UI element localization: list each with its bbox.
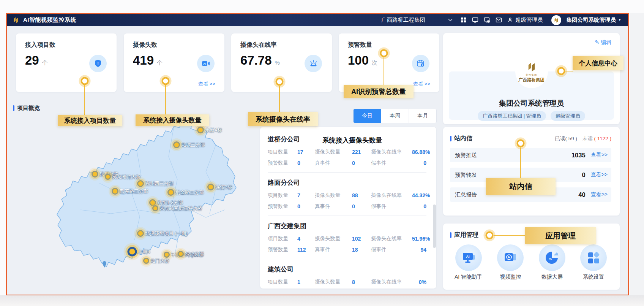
message-row-value: 1035 xyxy=(571,152,586,159)
data-screen-icon: % xyxy=(539,244,565,271)
map-marker[interactable]: 32-3分部 xyxy=(178,251,184,257)
dashboard-frame: AI智能视频监控系统 广西路桥工程集团 超级管理员 xyxy=(6,13,629,295)
map-marker[interactable]: 桐金路三分部 xyxy=(167,189,174,196)
stat-field-label: 真事件 xyxy=(315,203,352,210)
calendar-info-icon: i xyxy=(412,55,429,72)
section-bar xyxy=(450,232,451,238)
ai-assistant-icon: AI xyxy=(455,244,482,271)
marker-dot-icon xyxy=(112,188,118,195)
read-status: 已读( 59 ) 未读 ( 1122 ) xyxy=(555,135,611,142)
app-video-monitor[interactable]: 视频监控 xyxy=(497,244,524,281)
message-row-alert-push[interactable]: 预警推送 1035 查看>> xyxy=(450,148,611,162)
org-selector[interactable]: 广西路桥工程集团 xyxy=(381,16,453,24)
stat-card-alerts: 预警数量 100次 i 查看 >> xyxy=(339,33,439,92)
view-link[interactable]: 查看>> xyxy=(591,171,608,178)
monitor-settings-icon[interactable] xyxy=(484,17,490,23)
marker-label: 龙城三分部 xyxy=(181,142,205,148)
app-label: AI 智能助手 xyxy=(455,274,482,281)
tab-today[interactable]: 今日 xyxy=(354,109,381,123)
view-link[interactable]: 查看 >> xyxy=(413,81,430,87)
stat-field-value: 8 xyxy=(352,279,371,285)
message-row-value: 0 xyxy=(582,171,585,179)
section-bar xyxy=(450,136,451,141)
stat-field-value: 0 xyxy=(352,203,371,209)
map-marker[interactable]: 巴芜路三分部 xyxy=(112,188,118,195)
stat-unit: 个 xyxy=(42,59,48,67)
tab-week[interactable]: 本周 xyxy=(381,109,409,123)
app-ai-assistant[interactable]: AI AI 智能助手 xyxy=(455,244,482,281)
view-link[interactable]: 查看>> xyxy=(591,191,608,198)
marker-label: 龙门大桥 xyxy=(150,258,169,264)
map-marker[interactable]: 永新4标 xyxy=(197,127,204,133)
stat-title: 摄像头数 xyxy=(133,41,157,49)
mail-icon[interactable] xyxy=(496,17,502,23)
company-name: 路面分公司 xyxy=(268,178,426,187)
marker-label: 连贺3标 xyxy=(215,184,232,190)
apps-title: 应用管理 xyxy=(454,231,478,239)
map-marker[interactable]: 良龙滩特大桥 xyxy=(105,174,111,180)
map-marker[interactable]: 平陆运河QL6标 xyxy=(164,252,170,258)
view-link[interactable]: 查看 >> xyxy=(198,81,215,87)
company-stats-panel: 道桥分公司项目数量17摄像头数量221摄像头在线率86.88%预警数量0真事件0… xyxy=(260,127,436,289)
role-menu[interactable]: 超级管理员 xyxy=(507,16,543,24)
marker-label: 北投溪境项目 (一期) xyxy=(145,230,188,237)
map-marker[interactable]: 龙门大桥 xyxy=(143,258,149,264)
stat-field-label: 预警数量 xyxy=(268,246,297,253)
map-marker[interactable]: 上峒4 xyxy=(128,247,137,257)
user-menu[interactable]: 集团公司系统管理员 ▼ xyxy=(567,16,621,24)
map-marker[interactable]: 乐望公路 xyxy=(92,171,98,178)
scrollbar-thumb[interactable] xyxy=(433,205,436,248)
section-bar xyxy=(13,105,14,111)
stat-field-value: 88 xyxy=(352,192,371,198)
org-logo-avatar: 北投集团 广西路桥集团 xyxy=(515,55,548,88)
tab-month[interactable]: 本月 xyxy=(409,109,436,123)
app-data-screen[interactable]: % 数据大屏 xyxy=(539,244,565,281)
avatar[interactable] xyxy=(551,15,561,25)
map-marker[interactable]: 宜州西三分部 xyxy=(137,180,144,187)
svg-text:AI: AI xyxy=(466,255,469,258)
company-stat-row: 预警数量0真事件0假事件0 xyxy=(268,203,426,210)
stat-value: 100 xyxy=(348,53,369,68)
map-marker[interactable]: 来宾武宣黔江特大桥 xyxy=(152,205,158,211)
stat-field-label: 假事件 xyxy=(371,203,412,210)
map-marker[interactable]: 北投溪境项目 (一期) xyxy=(137,230,144,237)
marker-label: 上峒4 xyxy=(138,249,150,255)
outside-bottom-gutter xyxy=(0,295,644,306)
edit-profile-button[interactable]: ✎ 编辑 xyxy=(595,39,611,46)
stat-field-value: 44.32% xyxy=(412,192,430,198)
marker-label: 宜州西三分部 xyxy=(145,181,174,187)
annotation-inline-camera-count: 系统接入摄像头数量 xyxy=(322,136,382,145)
company-stat-row: 项目数量17摄像头数量221摄像头在线率86.88% xyxy=(268,149,426,155)
app-system-settings[interactable]: 系统设置 xyxy=(580,244,607,281)
stat-unit: 次 xyxy=(372,59,377,67)
stat-field-label: 假事件 xyxy=(371,246,412,253)
company-section: 路面分公司项目数量7摄像头数量88摄像头在线率44.32%预警数量0真事件0假事… xyxy=(268,173,426,216)
marker-dot-icon xyxy=(164,252,170,258)
annotation-line xyxy=(494,235,525,236)
company-stat-row: 预警数量112真事件18假事件94 xyxy=(268,246,426,253)
stat-field-label: 真事件 xyxy=(315,246,352,253)
stat-field-value: 4 xyxy=(297,236,315,242)
stat-title: 摄像头在线率 xyxy=(240,41,277,49)
stat-field-value: 0 xyxy=(352,160,371,166)
message-row-label: 预警推送 xyxy=(455,152,477,159)
edit-label: 编辑 xyxy=(601,39,611,45)
stat-field-value: 51.96% xyxy=(412,236,430,242)
section-project-overview: 项目概览 xyxy=(13,105,40,112)
annotation-app-management: 应用管理 xyxy=(525,227,596,244)
company-section: 广西交建集团项目数量4摄像头数量102摄像头在线率51.96%预警数量112真事… xyxy=(268,216,426,259)
map-marker[interactable]: 龙城三分部 xyxy=(173,141,180,148)
map-marker[interactable]: 连贺3标 xyxy=(207,184,214,190)
stat-field-label: 假事件 xyxy=(371,160,412,166)
guangxi-project-map[interactable]: 永新4标龙城三分部乐望公路良龙滩特大桥宜州西三分部巴芜路三分部桐金路三分部连贺3… xyxy=(46,115,259,290)
svg-text:i: i xyxy=(422,64,423,67)
monitor-icon[interactable] xyxy=(472,17,478,23)
stat-value: 419 xyxy=(133,53,154,68)
stat-field-value: 0 xyxy=(297,160,315,166)
app-title: AI智能视频监控系统 xyxy=(23,16,76,24)
view-link[interactable]: 查看>> xyxy=(591,152,608,159)
marker-dot-icon xyxy=(167,189,174,196)
annotation-anchor-messages xyxy=(517,140,525,147)
read-count: 已读( 59 ) xyxy=(555,136,577,141)
grid-apps-icon[interactable] xyxy=(460,17,467,23)
